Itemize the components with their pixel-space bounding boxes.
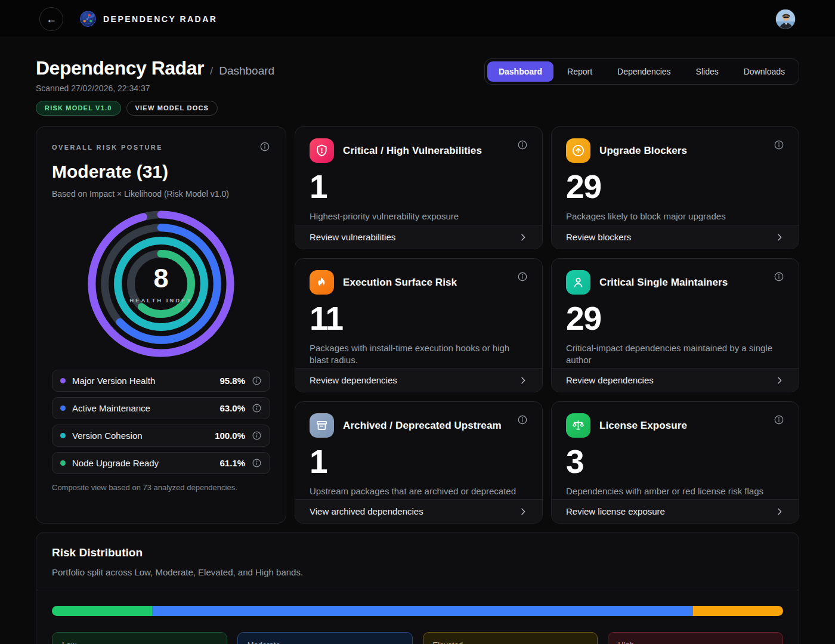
chevron-right-icon: [775, 376, 784, 385]
scan-timestamp: Scanned 27/02/2026, 22:34:37: [36, 83, 274, 93]
risk-distribution-title: Risk Distribution: [52, 546, 783, 559]
chevron-right-icon: [775, 233, 784, 242]
card-info-button[interactable]: [774, 271, 784, 282]
action-label: View archived dependencies: [310, 506, 423, 516]
avatar-photo: [776, 10, 796, 29]
card-value: 3: [566, 445, 784, 478]
review-dependencies-action[interactable]: Review dependencies: [295, 368, 542, 392]
metric-info-button[interactable]: [252, 403, 262, 413]
card-info-button[interactable]: [517, 414, 528, 425]
tab-downloads[interactable]: Downloads: [732, 61, 796, 82]
card-description: Packages likely to block major upgrades: [566, 210, 784, 222]
metric-info-button[interactable]: [252, 376, 262, 386]
flame-icon: [310, 270, 334, 295]
archive-box-icon: [310, 413, 334, 438]
info-icon: [252, 431, 262, 441]
back-button[interactable]: ←: [39, 7, 63, 31]
card-description: Dependencies with amber or red license r…: [566, 485, 784, 497]
tab-slides[interactable]: Slides: [685, 61, 730, 82]
card-info-button[interactable]: [774, 140, 784, 150]
bar-segment-moderate: [152, 606, 693, 616]
card-upgrade-blockers: Upgrade Blockers 29 Packages likely to b…: [551, 126, 799, 249]
card-info-button[interactable]: [774, 414, 784, 425]
card-info-button[interactable]: [517, 140, 528, 150]
view-archived-dependencies-action[interactable]: View archived dependencies: [295, 499, 542, 523]
band-box-high: High 0.0% (0): [608, 632, 783, 644]
info-icon: [517, 271, 528, 282]
band-label: Low: [62, 640, 217, 644]
review-blockers-action[interactable]: Review blockers: [552, 225, 799, 249]
single-user-icon: [566, 270, 590, 295]
chevron-right-icon: [518, 376, 528, 385]
posture-footnote: Composite view based on 73 analyzed depe…: [52, 483, 270, 492]
review-license-exposure-action[interactable]: Review license exposure: [552, 499, 799, 523]
metric-dot: [60, 405, 66, 411]
action-label: Review vulnerabilities: [310, 232, 395, 242]
card-title: Execution Surface Risk: [343, 277, 508, 289]
card-title: Upgrade Blockers: [599, 145, 765, 157]
metric-list: Major Version Health 95.8% Active Mainte…: [52, 364, 270, 474]
metric-label: Major Version Health: [72, 376, 213, 386]
card-info-button[interactable]: [517, 271, 528, 282]
title-block: Dependency Radar / Dashboard Scanned 27/…: [36, 57, 274, 116]
user-avatar[interactable]: [775, 9, 796, 29]
card-license-exposure: License Exposure 3 Dependencies with amb…: [551, 401, 799, 524]
band-label: High: [618, 640, 773, 644]
metric-info-button[interactable]: [252, 458, 262, 468]
metric-row-active-maintenance: Active Maintenance 63.0%: [52, 397, 270, 419]
card-description: Highest-priority vulnerability exposure: [310, 210, 528, 222]
metric-dot: [60, 460, 66, 466]
arrow-up-circle-icon: [566, 138, 590, 163]
breadcrumb: Dashboard: [219, 64, 274, 78]
card-title: Critical / High Vulnerabilities: [343, 145, 508, 157]
info-icon: [774, 140, 784, 150]
page-title: Dependency Radar: [36, 57, 204, 79]
bar-segment-elevated: [693, 606, 783, 616]
info-icon: [774, 271, 784, 282]
brand-name: DEPENDENCY RADAR: [103, 14, 217, 24]
metric-label: Node Upgrade Ready: [72, 458, 213, 468]
review-dependencies-action[interactable]: Review dependencies: [552, 368, 799, 392]
card-value: 1: [310, 445, 528, 478]
metric-row-major-version-health: Major Version Health 95.8%: [52, 370, 270, 392]
page-header: Dependency Radar / Dashboard Scanned 27/…: [36, 57, 799, 116]
tab-dashboard[interactable]: Dashboard: [487, 61, 553, 82]
card-execution-surface-risk: Execution Surface Risk 11 Packages with …: [295, 258, 543, 392]
band-box-low: Low 13.7% (10): [52, 632, 227, 644]
chevron-right-icon: [775, 507, 784, 516]
band-box-elevated: Elevated 12.3% (9): [423, 632, 598, 644]
radar-logo-icon: [80, 11, 96, 27]
tab-report[interactable]: Report: [556, 61, 604, 82]
card-description: Critical-impact dependencies maintained …: [566, 342, 784, 367]
band-stats-grid: Low 13.7% (10) Moderate 74.0% (54) Eleva…: [52, 632, 783, 644]
card-title: Critical Single Maintainers: [599, 277, 765, 289]
band-label: Moderate: [248, 640, 403, 644]
info-icon: [517, 140, 528, 150]
main-content: Dependency Radar / Dashboard Scanned 27/…: [0, 57, 835, 644]
bar-segment-low: [52, 606, 152, 616]
card-title: License Exposure: [599, 420, 765, 432]
metric-value: 100.0%: [215, 431, 245, 441]
review-vulnerabilities-action[interactable]: Review vulnerabilities: [295, 225, 542, 249]
info-icon: [259, 141, 270, 152]
metric-value: 95.8%: [219, 376, 245, 386]
card-critical-single-maintainers: Critical Single Maintainers 29 Critical-…: [551, 258, 799, 392]
card-description: Packages with install-time execution hoo…: [310, 342, 528, 367]
brand: DEPENDENCY RADAR: [80, 11, 217, 27]
info-icon: [517, 414, 528, 425]
metric-info-button[interactable]: [252, 431, 262, 441]
nav-tabs: Dashboard Report Dependencies Slides Dow…: [484, 58, 799, 85]
posture-value: Moderate (31): [52, 162, 270, 182]
tab-dependencies[interactable]: Dependencies: [606, 61, 682, 82]
chevron-right-icon: [518, 507, 528, 516]
view-model-docs-button[interactable]: VIEW MODEL DOCS: [126, 101, 218, 116]
posture-info-button[interactable]: [259, 141, 270, 152]
posture-subtitle: Based on Impact × Likelihood (Risk Model…: [52, 189, 270, 199]
metric-row-node-upgrade-ready: Node Upgrade Ready 61.1%: [52, 452, 270, 474]
metric-value: 61.1%: [219, 458, 245, 468]
risk-distribution-panel: Risk Distribution Portfolio split across…: [36, 532, 799, 644]
info-icon: [252, 458, 262, 468]
breadcrumb-separator: /: [210, 64, 213, 78]
card-value: 29: [566, 171, 784, 203]
health-ring-chart: 8 HEALTH INDEX: [84, 207, 238, 361]
